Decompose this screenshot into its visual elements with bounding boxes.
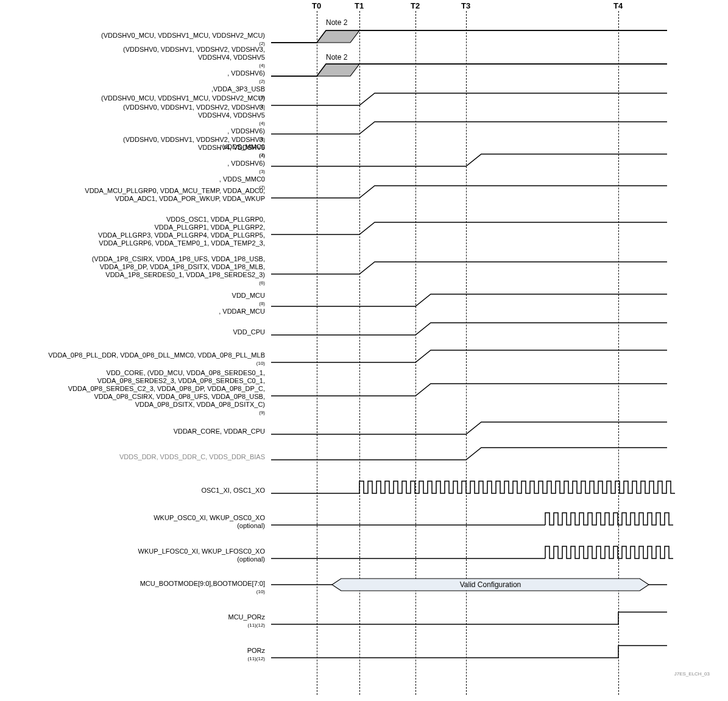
signal-label-18: MCU_PORz(11)(12) bbox=[3, 609, 265, 633]
signal-label-14: OSC1_XI, OSC1_XO bbox=[3, 478, 265, 502]
diagram-id: J7ES_ELCH_03 bbox=[674, 671, 710, 677]
signal-label-13: VDDS_DDR, VDDS_DDR_C, VDDS_DDR_BIAS bbox=[3, 445, 265, 469]
signal-label-19: PORz(11)(12) bbox=[3, 643, 265, 667]
signal-row-17: MCU_BOOTMODE[9:0],BOOTMODE[7:0](10) bbox=[0, 576, 728, 600]
annotation-note-1: Note 2 bbox=[326, 53, 347, 62]
signal-label-5: VDDA_MCU_PLLGRP0, VDDA_MCU_TEMP, VDDA_AD… bbox=[3, 183, 265, 207]
signal-row-12: VDDAR_CORE, VDDAR_CPU bbox=[0, 419, 728, 443]
signal-label-8: VDD_MCU(8), VDDAR_MCU bbox=[3, 291, 265, 315]
signal-label-7: (VDDA_1P8_CSIRX, VDDA_1P8_UFS, VDDA_1P8_… bbox=[3, 259, 265, 283]
signal-row-14: OSC1_XI, OSC1_XO bbox=[0, 478, 728, 502]
signal-row-13: VDDS_DDR, VDDS_DDR_C, VDDS_DDR_BIAS bbox=[0, 445, 728, 469]
signal-label-16: WKUP_LFOSC0_XI, WKUP_LFOSC0_XO(optional) bbox=[3, 543, 265, 568]
signal-label-1: (VDDSHV0, VDDSHV1, VDDSHV2, VDDSHV3,VDDS… bbox=[3, 61, 265, 85]
signal-row-6: VDDS_OSC1, VDDA_PLLGRP0,VDDA_PLLGRP1, VD… bbox=[0, 219, 728, 244]
signal-row-9: VDD_CPU bbox=[0, 320, 728, 344]
signal-label-17: MCU_BOOTMODE[9:0],BOOTMODE[7:0](10) bbox=[3, 576, 265, 600]
signal-label-11: VDD_CORE, (VDD_MCU, VDDA_0P8_SERDES0_1,V… bbox=[3, 381, 265, 405]
signal-row-19: PORz(11)(12) bbox=[0, 643, 728, 667]
time-marker-t1: T1 bbox=[355, 1, 364, 10]
signal-row-7: (VDDA_1P8_CSIRX, VDDA_1P8_UFS, VDDA_1P8_… bbox=[0, 259, 728, 283]
signal-row-5: VDDA_MCU_PLLGRP0, VDDA_MCU_TEMP, VDDA_AD… bbox=[0, 183, 728, 207]
signal-row-10: VDDA_0P8_PLL_DDR, VDDA_0P8_DLL_MMC0, VDD… bbox=[0, 347, 728, 372]
signal-row-8: VDD_MCU(8), VDDAR_MCU bbox=[0, 291, 728, 315]
signal-label-10: VDDA_0P8_PLL_DDR, VDDA_0P8_DLL_MMC0, VDD… bbox=[3, 347, 265, 372]
signal-label-9: VDD_CPU bbox=[3, 320, 265, 344]
time-marker-t0: T0 bbox=[312, 1, 321, 10]
signal-row-15: WKUP_OSC0_XI, WKUP_OSC0_XO(optional) bbox=[0, 510, 728, 534]
signal-label-15: WKUP_OSC0_XI, WKUP_OSC0_XO(optional) bbox=[3, 510, 265, 534]
signal-row-16: WKUP_LFOSC0_XI, WKUP_LFOSC0_XO(optional) bbox=[0, 543, 728, 568]
time-marker-t4: T4 bbox=[613, 1, 623, 10]
signal-label-12: VDDAR_CORE, VDDAR_CPU bbox=[3, 419, 265, 443]
signal-row-1: (VDDSHV0, VDDSHV1, VDDSHV2, VDDSHV3,VDDS… bbox=[0, 61, 728, 85]
signal-row-11: VDD_CORE, (VDD_MCU, VDDA_0P8_SERDES0_1,V… bbox=[0, 381, 728, 405]
time-marker-t3: T3 bbox=[461, 1, 470, 10]
time-marker-t2: T2 bbox=[411, 1, 420, 10]
signal-row-18: MCU_PORz(11)(12) bbox=[0, 609, 728, 633]
annotation-note-0: Note 2 bbox=[326, 18, 347, 27]
signal-label-4: (VDDSHV0, VDDSHV1, VDDSHV2, VDDSHV3,VDDS… bbox=[3, 151, 265, 175]
signal-row-4: (VDDSHV0, VDDSHV1, VDDSHV2, VDDSHV3,VDDS… bbox=[0, 151, 728, 175]
signal-label-6: VDDS_OSC1, VDDA_PLLGRP0,VDDA_PLLGRP1, VD… bbox=[3, 219, 265, 244]
